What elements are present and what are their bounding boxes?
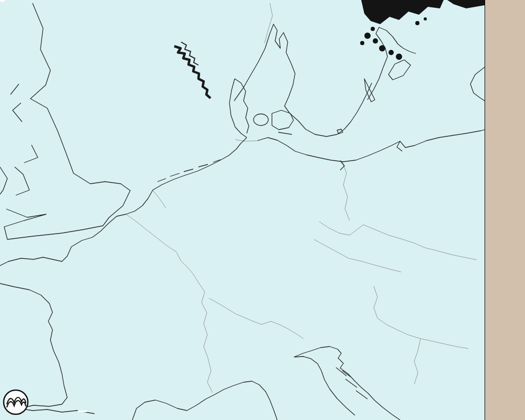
temperature-values-layer — [0, 0, 485, 420]
metmaps-logo-icon — [1, 388, 32, 419]
map-title — [0, 0, 5, 2]
map-canvas — [0, 0, 485, 420]
colorbar — [485, 0, 525, 420]
weather-map-screenshot — [0, 0, 525, 420]
copyright-attribution — [78, 411, 87, 412]
legend-panel — [485, 0, 525, 420]
